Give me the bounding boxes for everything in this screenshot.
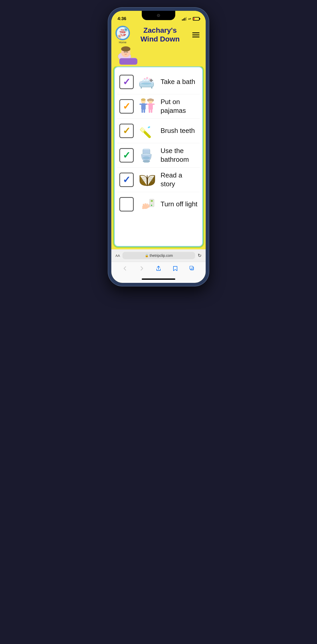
checkbox-put-on-pajamas[interactable]: ✓ [119,99,134,114]
item-label-bathroom: Use the bathroom [161,147,198,164]
phone-screen: 4:36 ⇌ THE TR [111,11,206,283]
svg-point-26 [146,77,148,79]
item-label-bath: Take a bath [161,78,195,86]
logo-circle: THE TRIP CLIP [115,26,130,40]
book-icon [137,171,157,189]
svg-rect-32 [144,109,145,113]
svg-point-7 [118,34,122,38]
svg-text:1: 1 [191,267,192,269]
checklist-container: ✓ [114,66,203,247]
app-content: THE TRIP CLIP [111,24,206,247]
item-label-story: Read a story [161,171,198,189]
svg-point-6 [126,29,127,29]
svg-rect-31 [141,109,143,113]
bath-icon [137,73,157,91]
forward-button[interactable] [135,265,148,272]
list-item[interactable]: ✓ [117,94,200,119]
svg-rect-33 [139,104,141,105]
list-item[interactable]: ✓ [117,168,200,192]
svg-rect-41 [151,109,152,113]
svg-point-56 [143,156,150,159]
signal-bars-icon [182,17,187,21]
svg-point-29 [141,98,146,101]
browser-bar: AA 🔒 thetripclip.com ↻ [111,249,206,262]
svg-point-9 [120,36,120,36]
camera [157,14,160,17]
url-text: thetripclip.com [150,253,173,258]
notch [142,11,175,20]
svg-point-57 [147,175,148,186]
svg-point-13 [121,46,130,52]
svg-point-27 [149,78,151,80]
home-indicator [111,276,206,283]
checkbox-use-bathroom[interactable]: ✓ [119,148,134,163]
list-item[interactable]: ✓ [117,70,200,94]
svg-point-37 [147,99,149,101]
svg-rect-44 [143,130,151,139]
svg-rect-20 [149,80,153,81]
svg-point-5 [125,29,126,29]
checkbox-brush-teeth[interactable]: ✓ [119,124,134,138]
svg-rect-62 [148,204,149,208]
item-label-brush: Brush teeth [161,126,195,135]
toothbrush-icon [137,122,157,140]
tabs-button[interactable]: 1 [186,265,198,272]
hamburger-line-3 [192,37,199,37]
bookmarks-button[interactable] [169,265,182,272]
character-area [111,46,206,66]
svg-point-38 [152,99,154,101]
list-item[interactable]: ✓ [117,119,200,143]
back-button[interactable] [119,265,131,272]
item-label-pajamas: Put on pajamas [161,98,198,115]
svg-rect-30 [141,103,146,110]
hamburger-line-1 [192,32,199,33]
battery-fill [194,18,195,20]
character-illustration [115,45,141,65]
app-header: THE TRIP CLIP [111,24,206,46]
svg-rect-61 [146,204,148,208]
logo-area: THE TRIP CLIP [115,26,130,44]
checkbox-read-story[interactable]: ✓ [119,173,134,187]
svg-point-22 [143,80,144,81]
svg-rect-43 [153,104,155,105]
svg-rect-14 [119,58,137,65]
svg-rect-42 [147,104,149,105]
svg-rect-67 [173,268,177,268]
page-title-text: Zachary's Wind Down [132,26,188,43]
svg-rect-18 [151,87,152,89]
status-time: 4:36 [118,16,126,21]
list-item[interactable]: Turn off light [117,192,200,216]
svg-rect-39 [148,103,153,110]
svg-rect-40 [149,109,150,113]
svg-point-4 [124,28,128,32]
svg-point-66 [151,205,152,206]
menu-button[interactable] [190,30,202,39]
home-bar [142,278,175,280]
list-item[interactable]: ✓ [117,143,200,168]
pajamas-icon [137,97,157,115]
url-bar[interactable]: 🔒 thetripclip.com [122,252,195,259]
svg-point-8 [119,36,119,36]
svg-rect-55 [144,161,149,163]
page-title: Zachary's Wind Down [130,26,190,43]
home-link[interactable]: Home [119,41,126,44]
svg-rect-52 [143,149,149,150]
text-size-button[interactable]: AA [115,254,120,258]
phone-frame: 4:36 ⇌ THE TR [108,8,209,286]
item-label-light: Turn off light [161,200,197,209]
refresh-button[interactable]: ↻ [198,253,202,258]
svg-rect-17 [141,87,142,89]
lock-icon: 🔒 [145,254,149,257]
svg-point-21 [141,82,152,84]
wifi-icon: ⇌ [188,17,191,21]
hamburger-line-2 [192,35,199,35]
checkbox-turn-off-light[interactable] [119,197,134,211]
battery-icon [193,17,199,21]
share-button[interactable] [152,265,165,272]
bottom-nav: 1 [111,262,206,276]
svg-rect-65 [151,200,153,202]
status-icons: ⇌ [182,17,199,21]
toilet-icon [137,146,157,164]
checkbox-take-a-bath[interactable]: ✓ [119,75,134,89]
svg-point-25 [144,78,145,80]
